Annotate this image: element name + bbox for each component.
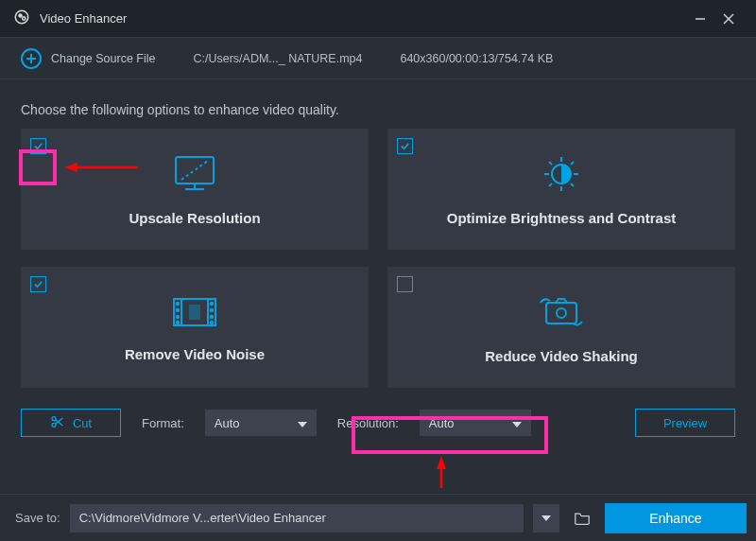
svg-point-28 xyxy=(177,321,179,323)
format-value: Auto xyxy=(215,416,240,430)
svg-point-27 xyxy=(177,315,179,317)
svg-point-34 xyxy=(557,308,566,318)
svg-point-29 xyxy=(211,302,213,304)
card-shaking-label: Reduce Video Shaking xyxy=(485,348,637,364)
footer: Save to: C:\Vidmore\Vidmore V...erter\Vi… xyxy=(0,494,756,541)
source-path: C:/Users/ADM..._ NATURE.mp4 xyxy=(193,52,362,65)
chevron-down-icon xyxy=(298,416,307,430)
browse-folder-button[interactable] xyxy=(569,504,595,532)
brightness-icon xyxy=(537,153,586,199)
svg-marker-45 xyxy=(437,456,446,469)
change-source-button[interactable]: Change Source File xyxy=(21,48,155,69)
cut-button[interactable]: Cut xyxy=(21,409,121,437)
svg-point-32 xyxy=(211,321,213,323)
svg-point-1 xyxy=(18,13,23,18)
minimize-button[interactable] xyxy=(686,5,714,33)
format-select[interactable]: Auto xyxy=(205,410,317,436)
plus-icon xyxy=(21,48,42,69)
svg-point-30 xyxy=(211,308,213,310)
camera-shake-icon xyxy=(535,291,588,337)
svg-point-2 xyxy=(23,16,26,19)
svg-marker-40 xyxy=(512,422,522,428)
resolution-select[interactable]: Auto xyxy=(420,410,531,436)
svg-line-19 xyxy=(549,183,552,186)
close-button[interactable] xyxy=(714,5,743,33)
checkbox-noise[interactable] xyxy=(30,276,46,292)
card-brightness[interactable]: Optimize Brightness and Contrast xyxy=(387,129,735,250)
preview-button[interactable]: Preview xyxy=(635,409,735,437)
svg-rect-24 xyxy=(189,305,200,320)
chevron-down-icon xyxy=(512,416,522,430)
svg-marker-41 xyxy=(541,515,551,521)
svg-line-20 xyxy=(571,162,574,165)
checkbox-upscale[interactable] xyxy=(30,138,46,154)
resolution-value: Auto xyxy=(429,416,455,430)
svg-line-18 xyxy=(571,183,574,186)
scissors-icon xyxy=(50,414,65,432)
monitor-icon xyxy=(170,153,219,199)
app-icon xyxy=(13,9,30,29)
svg-point-26 xyxy=(177,308,179,310)
card-upscale[interactable]: Upscale Resolution xyxy=(21,129,369,250)
source-row: Change Source File C:/Users/ADM..._ NATU… xyxy=(0,38,756,79)
card-shaking[interactable]: Reduce Video Shaking xyxy=(387,267,735,388)
saveto-caret[interactable] xyxy=(533,504,559,532)
saveto-path-text: C:\Vidmore\Vidmore V...erter\Video Enhan… xyxy=(79,511,326,525)
options-grid: Upscale Resolution Optimize Brightness a… xyxy=(0,129,756,388)
film-icon xyxy=(168,293,221,335)
svg-marker-39 xyxy=(298,422,307,428)
resolution-label: Resolution: xyxy=(337,416,399,430)
app-title: Video Enhancer xyxy=(40,11,127,26)
annotation-arrow-resolution xyxy=(435,456,448,490)
change-source-label: Change Source File xyxy=(51,52,155,65)
checkbox-brightness[interactable] xyxy=(397,138,413,154)
source-meta: 640x360/00:00:13/754.74 KB xyxy=(400,52,553,65)
card-noise-label: Remove Video Noise xyxy=(125,346,265,362)
saveto-label: Save to: xyxy=(15,511,60,525)
enhance-button[interactable]: Enhance xyxy=(605,503,747,533)
card-upscale-label: Upscale Resolution xyxy=(129,210,260,226)
instruction-text: Choose the following options to enhance … xyxy=(0,79,756,129)
card-noise[interactable]: Remove Video Noise xyxy=(21,267,369,388)
bottom-controls: Cut Format: Auto Resolution: Auto Previe… xyxy=(0,388,756,437)
format-label: Format: xyxy=(142,416,184,430)
card-brightness-label: Optimize Brightness and Contrast xyxy=(447,210,677,226)
svg-point-31 xyxy=(211,315,213,317)
svg-line-9 xyxy=(181,161,208,180)
svg-rect-33 xyxy=(546,303,576,323)
enhance-label: Enhance xyxy=(649,511,701,526)
checkbox-shaking[interactable] xyxy=(397,276,413,292)
preview-label: Preview xyxy=(663,416,707,430)
svg-point-25 xyxy=(177,302,179,304)
cut-label: Cut xyxy=(73,416,92,430)
titlebar: Video Enhancer xyxy=(0,0,756,38)
svg-line-17 xyxy=(549,162,552,165)
saveto-path[interactable]: C:\Vidmore\Vidmore V...erter\Video Enhan… xyxy=(70,504,524,532)
